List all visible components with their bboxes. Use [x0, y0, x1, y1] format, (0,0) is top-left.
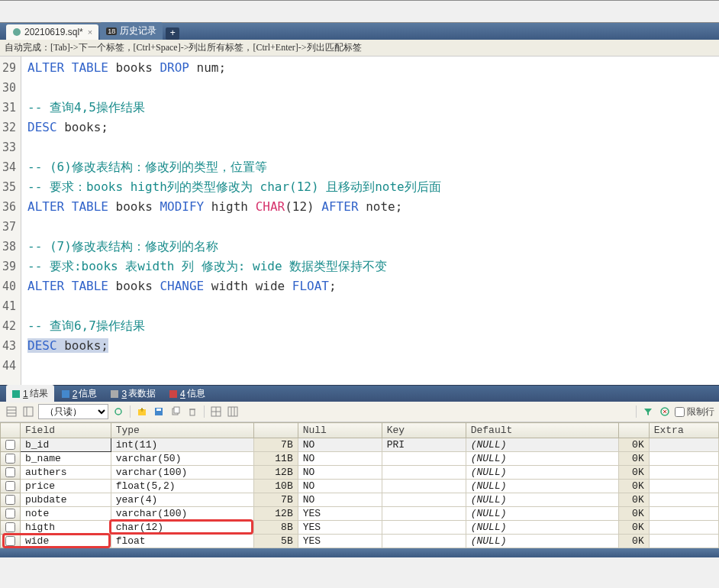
tab-history[interactable]: 18 历史记录 [100, 22, 163, 40]
svg-rect-15 [190, 409, 195, 415]
result-tab-表数据[interactable]: 3 表数据 [105, 385, 162, 402]
save-icon[interactable] [152, 405, 166, 418]
table-row[interactable]: authersvarchar(100)12BNO(NULL)0K [1, 466, 719, 480]
svg-rect-5 [7, 407, 16, 416]
export-icon[interactable] [135, 405, 149, 418]
close-icon[interactable]: × [88, 27, 92, 37]
delete-icon[interactable] [185, 405, 199, 418]
tab-label: 历史记录 [120, 24, 156, 37]
col-header[interactable] [618, 423, 649, 438]
line-gutter: 29303132333435363738394041424344 [0, 57, 21, 385]
filter-icon[interactable] [641, 405, 655, 418]
col-header[interactable]: Null [298, 423, 382, 438]
svg-rect-4 [169, 390, 177, 398]
readonly-select[interactable]: （只读） [38, 404, 108, 419]
tab-sql-file[interactable]: 20210619.sql* × [6, 24, 98, 40]
tab-label: 20210619.sql* [24, 27, 83, 37]
status-bar [0, 548, 719, 557]
svg-rect-1 [12, 390, 20, 398]
history-badge: 18 [106, 27, 117, 35]
svg-rect-8 [24, 407, 33, 416]
grid-icon[interactable] [5, 405, 18, 418]
autocomplete-hint: 自动完成：[Tab]->下一个标签，[Ctrl+Space]->列出所有标签，[… [0, 40, 719, 57]
window-titlebar-area [0, 0, 719, 23]
svg-rect-2 [62, 390, 69, 398]
table-row[interactable]: higthchar(12)8BYES(NULL)0K [1, 521, 719, 535]
file-tab-bar: 20210619.sql* × 18 历史记录 + [0, 23, 719, 40]
result-tab-信息[interactable]: 4 信息 [163, 385, 211, 402]
table-row[interactable]: pubdateyear(4)7BNO(NULL)0K [1, 493, 719, 507]
code-area[interactable]: ALTER TABLE books DROP num; -- 查询4,5操作结果… [21, 57, 719, 385]
code-editor[interactable]: 29303132333435363738394041424344 ALTER T… [0, 57, 719, 385]
col-header[interactable]: Extra [649, 423, 718, 438]
svg-rect-3 [111, 390, 118, 398]
table-row[interactable]: pricefloat(5,2)10BNO(NULL)0K [1, 480, 719, 493]
table-row[interactable]: widefloat5BYES(NULL)0K [1, 535, 719, 548]
col-header[interactable]: Field [21, 423, 111, 438]
result-grid-container: FieldTypeNullKeyDefaultExtrab_idint(11)7… [0, 422, 719, 548]
grid3-icon[interactable] [226, 405, 240, 418]
result-tab-信息[interactable]: 2 信息 [56, 385, 104, 402]
col-header[interactable]: Default [466, 423, 618, 438]
result-toolbar: （只读） 限制行 [0, 402, 719, 422]
grid2-icon[interactable] [209, 405, 223, 418]
col-header[interactable]: Key [382, 423, 466, 438]
col-header[interactable]: Type [111, 423, 253, 438]
add-tab-button[interactable]: + [166, 27, 179, 40]
copy-icon[interactable] [169, 405, 182, 418]
sql-file-icon [12, 27, 21, 37]
refresh-icon[interactable] [111, 405, 125, 418]
table-row[interactable]: notevarchar(100)12BYES(NULL)0K [1, 507, 719, 521]
reset-filter-icon[interactable] [658, 405, 672, 418]
svg-rect-12 [156, 409, 161, 411]
result-grid[interactable]: FieldTypeNullKeyDefaultExtrab_idint(11)7… [0, 422, 719, 548]
table-row[interactable]: b_idint(11)7BNOPRI(NULL)0K [1, 438, 719, 452]
svg-point-0 [13, 28, 21, 36]
table-row[interactable]: b_namevarchar(50)11BNO(NULL)0K [1, 452, 719, 466]
result-tab-结果[interactable]: 1 结果 [6, 385, 54, 402]
form-icon[interactable] [21, 405, 35, 418]
svg-rect-20 [228, 407, 237, 416]
col-header[interactable] [253, 423, 298, 438]
result-tab-bar: 1 结果2 信息3 表数据4 信息 [0, 385, 719, 402]
limit-rows-checkbox[interactable]: 限制行 [675, 405, 714, 418]
svg-rect-14 [174, 407, 179, 413]
